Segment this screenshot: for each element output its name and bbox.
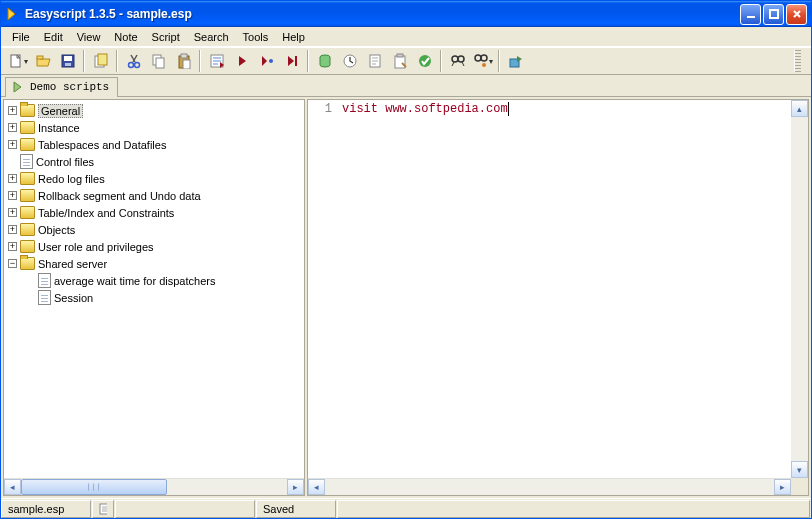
expand-icon[interactable]: + bbox=[8, 208, 17, 217]
menu-edit[interactable]: Edit bbox=[37, 29, 70, 45]
scroll-up-icon[interactable]: ▴ bbox=[791, 100, 808, 117]
document-button[interactable] bbox=[363, 50, 386, 72]
script-tree[interactable]: +General+Instance+Tablespaces and Datafi… bbox=[4, 100, 304, 478]
toolbar-grip[interactable] bbox=[794, 50, 801, 72]
tree-label: Shared server bbox=[38, 258, 107, 270]
run-to-button[interactable] bbox=[280, 50, 303, 72]
status-spacer-1 bbox=[115, 500, 255, 518]
tree-panel: +General+Instance+Tablespaces and Datafi… bbox=[3, 99, 305, 496]
tree-hscrollbar[interactable]: ◂ ∣∣∣ ▸ bbox=[4, 478, 304, 495]
expand-icon[interactable]: + bbox=[8, 225, 17, 234]
scroll-right-icon[interactable]: ▸ bbox=[774, 479, 791, 495]
scroll-thumb[interactable]: ∣∣∣ bbox=[21, 479, 167, 495]
folder-icon bbox=[20, 223, 35, 236]
scroll-track[interactable] bbox=[325, 479, 774, 495]
toolbar-separator bbox=[307, 50, 309, 72]
scroll-left-icon[interactable]: ◂ bbox=[308, 479, 325, 495]
folder-icon bbox=[20, 138, 35, 151]
copy-button[interactable] bbox=[147, 50, 170, 72]
database-button[interactable] bbox=[313, 50, 336, 72]
tree-item[interactable]: Control files bbox=[4, 153, 304, 170]
scroll-right-icon[interactable]: ▸ bbox=[287, 479, 304, 495]
tree-item[interactable]: −Shared server bbox=[4, 255, 304, 272]
svg-point-28 bbox=[481, 55, 487, 61]
folder-icon bbox=[20, 189, 35, 202]
code-editor[interactable]: 1 visit www.softpedia.com bbox=[308, 100, 791, 478]
export-button[interactable] bbox=[504, 50, 527, 72]
file-icon bbox=[38, 290, 51, 305]
tree-item[interactable]: Session bbox=[4, 289, 304, 306]
schedule-button[interactable] bbox=[338, 50, 361, 72]
toolbar: ▾ ▾ bbox=[1, 47, 811, 75]
tree-label: Redo log files bbox=[38, 173, 105, 185]
menu-note[interactable]: Note bbox=[107, 29, 144, 45]
scroll-left-icon[interactable]: ◂ bbox=[4, 479, 21, 495]
expand-icon[interactable]: + bbox=[8, 191, 17, 200]
tab-demo-scripts[interactable]: Demo scripts bbox=[5, 77, 118, 97]
menu-script[interactable]: Script bbox=[145, 29, 187, 45]
tree-item[interactable]: +General bbox=[4, 102, 304, 119]
folder-icon bbox=[20, 240, 35, 253]
find-settings-button[interactable]: ▾ bbox=[471, 50, 494, 72]
svg-rect-8 bbox=[98, 54, 107, 65]
script-icon bbox=[12, 80, 26, 94]
expand-icon[interactable]: + bbox=[8, 174, 17, 183]
scroll-down-icon[interactable]: ▾ bbox=[791, 461, 808, 478]
expand-icon[interactable]: + bbox=[8, 123, 17, 132]
open-button[interactable] bbox=[31, 50, 54, 72]
clipboard-button[interactable] bbox=[388, 50, 411, 72]
tree-item[interactable]: +Objects bbox=[4, 221, 304, 238]
svg-point-25 bbox=[452, 56, 458, 62]
app-icon bbox=[5, 6, 21, 22]
tree-item[interactable]: +Instance bbox=[4, 119, 304, 136]
svg-rect-3 bbox=[37, 56, 43, 59]
titlebar[interactable]: Easyscript 1.3.5 - sample.esp bbox=[1, 1, 811, 27]
run-button[interactable] bbox=[230, 50, 253, 72]
svg-point-9 bbox=[128, 63, 133, 68]
svg-rect-1 bbox=[770, 10, 778, 18]
expand-icon[interactable]: + bbox=[8, 140, 17, 149]
statusbar: sample.esp Saved bbox=[1, 498, 811, 518]
save-button[interactable] bbox=[56, 50, 79, 72]
menu-file[interactable]: File bbox=[5, 29, 37, 45]
close-button[interactable] bbox=[786, 4, 807, 25]
menu-help[interactable]: Help bbox=[275, 29, 312, 45]
expand-icon[interactable]: + bbox=[8, 106, 17, 115]
menu-tools[interactable]: Tools bbox=[236, 29, 276, 45]
menu-view[interactable]: View bbox=[70, 29, 108, 45]
find-button[interactable] bbox=[446, 50, 469, 72]
run-step-button[interactable] bbox=[255, 50, 278, 72]
tree-item[interactable]: average wait time for dispatchers bbox=[4, 272, 304, 289]
tree-label: Rollback segment and Undo data bbox=[38, 190, 201, 202]
status-filename: sample.esp bbox=[1, 500, 91, 518]
maximize-button[interactable] bbox=[763, 4, 784, 25]
recent-button[interactable] bbox=[89, 50, 112, 72]
menu-search[interactable]: Search bbox=[187, 29, 236, 45]
collapse-icon[interactable]: − bbox=[8, 259, 17, 268]
minimize-button[interactable] bbox=[740, 4, 761, 25]
svg-point-27 bbox=[475, 55, 481, 61]
new-button[interactable]: ▾ bbox=[6, 50, 29, 72]
file-icon bbox=[20, 154, 33, 169]
tree-item[interactable]: +User role and privileges bbox=[4, 238, 304, 255]
toolbar-separator bbox=[498, 50, 500, 72]
code-line[interactable]: visit www.softpedia.com bbox=[338, 100, 791, 478]
main-area: +General+Instance+Tablespaces and Datafi… bbox=[1, 97, 811, 498]
tree-item[interactable]: +Rollback segment and Undo data bbox=[4, 187, 304, 204]
paste-button[interactable] bbox=[172, 50, 195, 72]
svg-rect-0 bbox=[747, 16, 755, 18]
cut-button[interactable] bbox=[122, 50, 145, 72]
tree-item[interactable]: +Tablespaces and Datafiles bbox=[4, 136, 304, 153]
scroll-track[interactable] bbox=[791, 117, 808, 461]
check-button[interactable] bbox=[413, 50, 436, 72]
tree-label: Objects bbox=[38, 224, 75, 236]
scroll-track[interactable]: ∣∣∣ bbox=[21, 479, 287, 495]
editor-hscrollbar[interactable]: ◂ ▸ bbox=[308, 478, 791, 495]
tree-item[interactable]: +Redo log files bbox=[4, 170, 304, 187]
tree-item[interactable]: +Table/Index and Constraints bbox=[4, 204, 304, 221]
folder-icon bbox=[20, 257, 35, 270]
editor-vscrollbar[interactable]: ▴ ▾ bbox=[791, 100, 808, 478]
expand-icon[interactable]: + bbox=[8, 242, 17, 251]
execute-list-button[interactable] bbox=[205, 50, 228, 72]
editor-panel: 1 visit www.softpedia.com ▴ ▾ ◂ ▸ bbox=[307, 99, 809, 496]
